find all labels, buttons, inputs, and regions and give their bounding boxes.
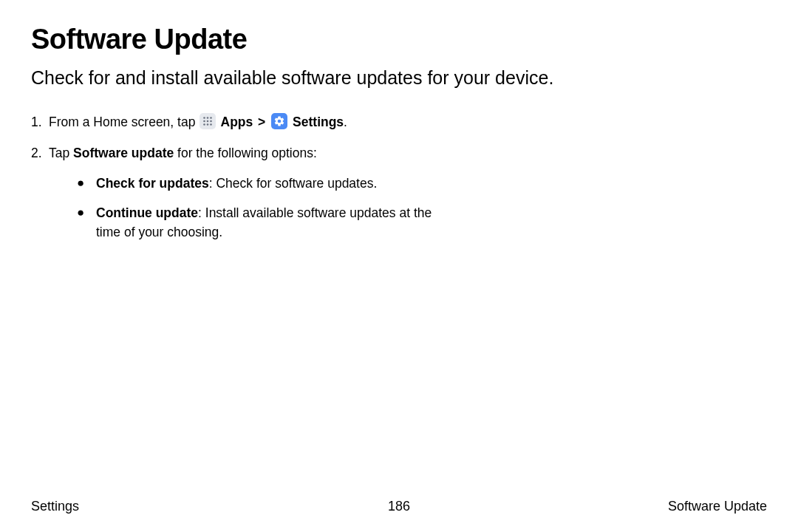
bullet-text: : Check for software updates. <box>209 176 378 191</box>
steps-list: 1. From a Home screen, tap Apps > Settin… <box>31 112 767 252</box>
bullet-item: ● Continue update: Install available sof… <box>77 203 446 242</box>
apps-label: Apps <box>217 115 253 129</box>
page-subtitle: Check for and install available software… <box>31 67 767 89</box>
gear-icon <box>271 113 287 129</box>
software-update-label: Software update <box>73 146 174 160</box>
step-1: 1. From a Home screen, tap Apps > Settin… <box>31 112 767 132</box>
svg-point-7 <box>207 124 209 126</box>
bullet-marker: ● <box>77 203 96 242</box>
page-number: 186 <box>388 499 410 514</box>
bullet-body: Check for updates: Check for software up… <box>96 174 446 193</box>
step-text-end: for the following options: <box>174 146 317 160</box>
bullet-body: Continue update: Install available softw… <box>96 203 446 242</box>
bullet-list: ● Check for updates: Check for software … <box>77 174 767 242</box>
bullet-bold: Continue update <box>96 205 198 220</box>
svg-point-2 <box>210 117 212 120</box>
svg-point-8 <box>210 124 212 126</box>
document-page: Software Update Check for and install av… <box>0 0 798 252</box>
bullet-item: ● Check for updates: Check for software … <box>77 174 446 193</box>
svg-point-3 <box>203 120 205 123</box>
svg-point-0 <box>203 117 205 120</box>
page-footer: Settings 186 Software Update <box>31 499 767 514</box>
step-number: 1. <box>31 112 49 132</box>
step-body: From a Home screen, tap Apps > Settings. <box>49 112 767 132</box>
svg-point-4 <box>207 120 209 123</box>
svg-point-5 <box>210 120 212 123</box>
bullet-marker: ● <box>77 174 96 193</box>
svg-point-6 <box>203 124 205 126</box>
step-text: Tap <box>49 146 73 160</box>
footer-right: Software Update <box>668 499 767 514</box>
svg-point-1 <box>207 117 209 120</box>
apps-icon <box>200 113 216 129</box>
step-body: Tap Software update for the following op… <box>49 143 767 252</box>
chevron-right-icon: > <box>254 115 269 129</box>
settings-label: Settings <box>289 115 344 129</box>
step-text: From a Home screen, tap <box>49 115 199 129</box>
bullet-bold: Check for updates <box>96 176 209 191</box>
page-title: Software Update <box>31 24 767 55</box>
footer-left: Settings <box>31 499 79 514</box>
step-number: 2. <box>31 143 49 252</box>
step-2: 2. Tap Software update for the following… <box>31 143 767 252</box>
step-text-end: . <box>344 115 347 129</box>
